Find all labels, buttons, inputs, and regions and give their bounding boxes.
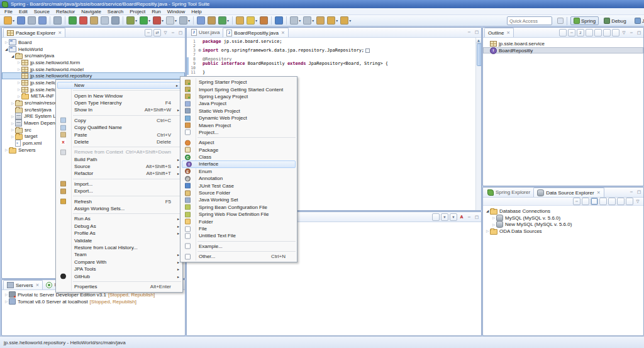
tree-item-oda-data-sources[interactable]: ▷ODA Data Sources <box>483 228 643 235</box>
menu-item-class[interactable]: CClass <box>180 154 297 160</box>
pin-console-icon[interactable]: A <box>458 214 465 220</box>
collapse-all-icon[interactable]: − <box>145 29 152 36</box>
menu-item-static-web-project[interactable]: Static Web Project <box>180 108 297 115</box>
chevron-down-icon[interactable]: ▾ <box>255 18 257 23</box>
menubar-help[interactable]: Help <box>188 8 204 15</box>
new-package-button[interactable] <box>207 16 216 25</box>
chevron-down-icon[interactable]: ▾ <box>188 18 190 23</box>
tab-package-explorer[interactable]: Package Explorer × <box>3 28 65 37</box>
view-menu-icon[interactable]: ▽ <box>621 30 627 36</box>
view-menu-icon[interactable]: ▽ <box>635 198 641 205</box>
expand-icon[interactable]: ▷ <box>485 229 490 233</box>
expand-icon[interactable]: ▷ <box>10 128 15 132</box>
sort-icon[interactable]: z <box>577 29 584 36</box>
tree-item-mysql-mysql-v-5-6-0[interactable]: ▷MySQL (MySQL v. 5.6.0) <box>483 215 643 222</box>
hide-static-icon[interactable] <box>594 29 602 36</box>
menu-item-copy-qualified-name[interactable]: Copy Qualified Name <box>56 124 182 131</box>
menu-item-validate[interactable]: Validate <box>56 237 182 244</box>
menu-item-assign-working-sets[interactable]: Assign Working Sets... <box>56 205 182 212</box>
scrollbar-thumb[interactable] <box>477 43 482 66</box>
scroll-up-icon[interactable]: ▲ <box>476 38 481 43</box>
menubar-project[interactable]: Project <box>126 8 148 15</box>
menu-item-build-path[interactable]: Build Path▸ <box>56 156 182 163</box>
close-icon[interactable]: × <box>506 30 510 35</box>
profile-button[interactable]: ▾ <box>152 16 164 25</box>
refresh-icon[interactable] <box>582 198 589 205</box>
perspective-debug[interactable]: Debug <box>601 16 630 25</box>
menu-item-open-type-hierarchy[interactable]: Open Type HierarchyF4 <box>56 99 182 106</box>
menu-item-open-in-new-window[interactable]: Open in New Window <box>56 92 182 99</box>
menu-item-java-working-set[interactable]: Java Working Set <box>180 196 297 203</box>
quick-access-input[interactable] <box>507 16 552 25</box>
menu-item-spring-web-flow-definition-file[interactable]: Spring Web Flow Definition File <box>180 211 297 218</box>
web-browser-button[interactable] <box>274 16 284 25</box>
menu-item-show-in[interactable]: Show InAlt+Shift+W▸ <box>56 106 182 113</box>
previous-annotation-button[interactable]: ▾ <box>303 16 314 25</box>
save-all-button[interactable] <box>27 16 36 25</box>
back-button[interactable]: ▾ <box>326 16 338 25</box>
save-button[interactable] <box>16 16 26 25</box>
chevron-down-icon[interactable]: ▾ <box>175 18 177 23</box>
collapse-icon[interactable]: ◢ <box>10 54 15 58</box>
menu-item-run-as[interactable]: Run As▸ <box>56 215 182 222</box>
hide-non-public-icon[interactable] <box>603 29 611 36</box>
new-wizard-button[interactable]: ▾ <box>3 16 15 25</box>
minimize-icon[interactable]: − <box>466 214 472 220</box>
collapse-icon[interactable]: ◢ <box>4 47 9 51</box>
chevron-down-icon[interactable]: ▾ <box>312 18 314 23</box>
menu-item-aspect[interactable]: Aspect <box>180 139 297 146</box>
expand-icon[interactable]: ▷ <box>4 300 9 303</box>
external-tools-button[interactable]: ▾ <box>179 16 191 25</box>
tab-data-source-explorer[interactable]: Data Source Explorer × <box>533 188 604 197</box>
expand-icon[interactable]: ▷ <box>10 101 15 105</box>
expand-icon[interactable]: ▷ <box>4 293 9 296</box>
focus-icon[interactable] <box>559 29 567 36</box>
chevron-down-icon[interactable]: ▾ <box>299 18 301 23</box>
menu-item-profile-as[interactable]: Profile As▸ <box>56 230 182 237</box>
tree-item-src-main-java[interactable]: ◢src/main/java <box>2 52 185 59</box>
editor-scrollbar[interactable]: ▲ <box>475 38 481 211</box>
open-task-button[interactable] <box>259 16 269 25</box>
forward-button[interactable]: ▾ <box>340 16 352 25</box>
tree-item-jp-ssie-board-service[interactable]: jp.ssie.board.service <box>483 40 643 47</box>
maximize-icon[interactable]: □ <box>636 30 642 36</box>
menu-item-copy[interactable]: CopyCtrl+C <box>56 117 182 124</box>
menu-item-restore-from-local-history[interactable]: Restore from Local History... <box>56 244 182 251</box>
tree-item-board[interactable]: ▷Board <box>2 39 185 46</box>
minimize-icon[interactable]: − <box>628 189 635 195</box>
menu-item-other[interactable]: Other...Ctrl+N <box>180 253 297 260</box>
tab-boardrepositly-java[interactable]: BoardRepositly.java × <box>223 28 288 37</box>
menu-item-file[interactable]: File <box>180 225 297 232</box>
menu-item-export[interactable]: Export... <box>56 188 182 194</box>
tree-item-jp-ssie-helloworld-model[interactable]: ▷jp.ssie.helloworld.model <box>2 66 185 73</box>
expand-icon[interactable]: ▷ <box>10 121 15 125</box>
show-category-icon[interactable] <box>591 198 598 205</box>
menu-item-spring-legacy-project[interactable]: Spring Legacy Project <box>180 93 297 100</box>
search-button[interactable]: ▾ <box>246 16 258 25</box>
tab-outline[interactable]: Outline × <box>484 28 514 37</box>
hide-local-types-icon[interactable] <box>612 29 619 36</box>
menu-item-jpa-tools[interactable]: JPA Tools▸ <box>56 266 182 272</box>
expand-icon[interactable]: ▷ <box>491 223 496 227</box>
new-connection-profile-icon[interactable] <box>608 198 616 205</box>
menubar-window[interactable]: Window <box>164 8 188 15</box>
close-icon[interactable]: × <box>597 190 601 195</box>
menu-item-import[interactable]: Import... <box>56 181 182 188</box>
minimize-icon[interactable]: − <box>170 30 176 36</box>
tree-item-jp-ssie-helloworld-repository[interactable]: jp.ssie.helloworld.repository <box>2 72 185 79</box>
tab-user-java[interactable]: User.java <box>188 28 223 37</box>
maximize-icon[interactable]: □ <box>474 214 480 220</box>
expand-icon[interactable]: ▷ <box>16 87 21 91</box>
close-icon[interactable]: × <box>36 283 40 288</box>
next-annotation-button[interactable]: ▾ <box>289 16 301 25</box>
menubar-source[interactable]: Source <box>31 8 53 15</box>
menubar-navigate[interactable]: Navigate <box>78 8 104 15</box>
skip-breakpoints-button[interactable] <box>111 16 120 25</box>
tree-item-jp-ssie-helloworld-form[interactable]: ▷jp.ssie.helloworld.form <box>2 59 185 66</box>
menu-item-import-spring-getting-started-content[interactable]: Import Spring Getting Started Content <box>180 86 297 93</box>
hide-fields-icon[interactable] <box>586 29 593 36</box>
expand-icon[interactable]: ▷ <box>491 216 496 220</box>
menu-item-example[interactable]: Example... <box>180 243 297 250</box>
tree-item-boardrepositly[interactable]: BoardRepositly <box>483 47 643 54</box>
close-icon[interactable]: × <box>58 30 62 35</box>
